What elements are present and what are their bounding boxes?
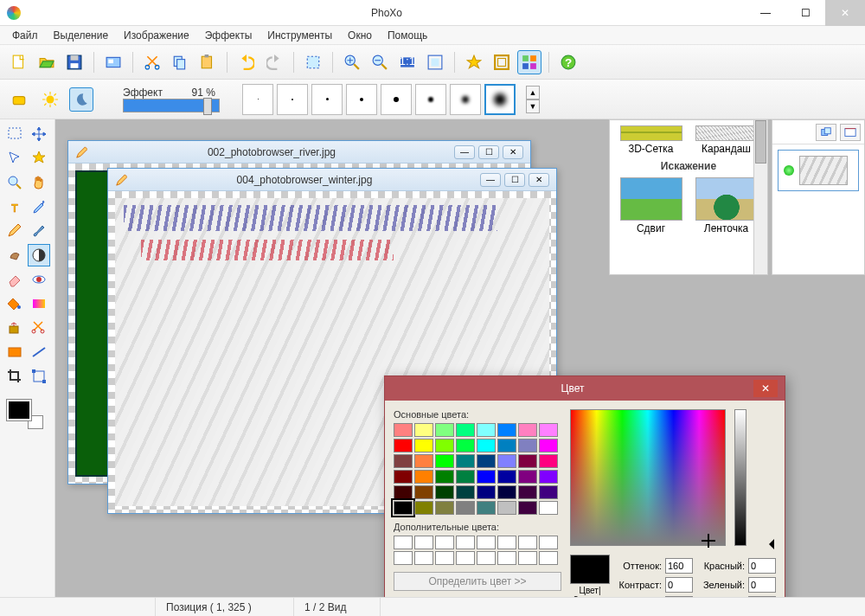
brush-5[interactable] (381, 84, 412, 115)
undo-button[interactable] (234, 50, 259, 74)
basic-color-cell[interactable] (456, 423, 475, 437)
layers-tab-b[interactable] (840, 124, 861, 141)
custom-color-cell[interactable] (518, 551, 537, 565)
scissors-tool[interactable] (28, 317, 50, 339)
basic-color-cell[interactable] (435, 454, 454, 468)
brush-down-button[interactable]: ▼ (526, 99, 540, 113)
copy-button[interactable] (168, 50, 192, 74)
custom-color-cell[interactable] (497, 551, 516, 565)
line-tool[interactable] (28, 341, 50, 363)
basic-color-cell[interactable] (435, 470, 454, 484)
brush-tool[interactable] (28, 220, 50, 242)
favorite-button[interactable] (462, 50, 486, 74)
basic-color-cell[interactable] (539, 501, 558, 515)
custom-color-cell[interactable] (539, 536, 558, 549)
basic-color-cell[interactable] (518, 454, 537, 468)
basic-color-cell[interactable] (394, 501, 413, 515)
basic-color-cell[interactable] (518, 501, 537, 515)
custom-color-cell[interactable] (456, 536, 475, 549)
custom-color-cell[interactable] (497, 536, 516, 549)
brush-4[interactable] (346, 84, 377, 115)
basic-color-cell[interactable] (477, 454, 496, 468)
opt-lighten-button[interactable] (7, 87, 31, 112)
frame-button[interactable] (490, 50, 514, 74)
gradient-tool[interactable] (28, 292, 50, 315)
zoom-in-button[interactable] (340, 50, 364, 74)
custom-color-cell[interactable] (477, 536, 496, 549)
custom-color-cell[interactable] (435, 551, 454, 565)
doc-minimize-button[interactable]: — (480, 173, 501, 187)
crop-tool[interactable] (3, 365, 26, 388)
slider-handle[interactable] (203, 98, 212, 115)
basic-color-cell[interactable] (414, 485, 433, 499)
paste-button[interactable] (195, 50, 220, 74)
red-input[interactable] (748, 558, 776, 574)
basic-color-cell[interactable] (414, 423, 433, 437)
zoom-tool[interactable] (3, 171, 26, 194)
luminance-slider[interactable] (734, 409, 746, 546)
basic-color-cell[interactable] (539, 470, 558, 484)
basic-color-cell[interactable] (414, 501, 433, 515)
eraser-tool[interactable] (3, 268, 26, 291)
custom-color-cell[interactable] (518, 536, 537, 549)
zoom-fit-button[interactable] (423, 50, 447, 74)
basic-color-cell[interactable] (518, 439, 537, 452)
basic-color-cell[interactable] (414, 454, 433, 468)
basic-color-cell[interactable] (539, 485, 558, 499)
basic-color-cell[interactable] (456, 485, 475, 499)
custom-color-cell[interactable] (394, 551, 413, 565)
help-button[interactable]: ? (556, 50, 580, 74)
custom-color-cell[interactable] (477, 551, 496, 565)
basic-color-cell[interactable] (539, 423, 558, 437)
cut-button[interactable] (140, 50, 164, 74)
custom-color-cell[interactable] (456, 551, 475, 565)
basic-color-cell[interactable] (497, 485, 516, 499)
brush-3[interactable] (311, 84, 343, 115)
basic-color-cell[interactable] (456, 501, 475, 515)
basic-color-cell[interactable] (394, 485, 413, 499)
menu-image[interactable]: Изображение (117, 28, 196, 43)
layer-thumbnail[interactable] (799, 156, 848, 185)
basic-color-cell[interactable] (414, 470, 433, 484)
basic-color-cell[interactable] (497, 423, 516, 437)
maximize-button[interactable]: ☐ (785, 0, 825, 26)
hue-input[interactable] (665, 558, 693, 574)
green-input[interactable] (748, 577, 776, 593)
brush-8[interactable] (484, 84, 516, 115)
basic-color-cell[interactable] (435, 423, 454, 437)
brush-1[interactable] (242, 84, 273, 115)
basic-color-cell[interactable] (394, 423, 413, 437)
move-tool[interactable] (28, 123, 50, 145)
brush-7[interactable] (450, 84, 481, 115)
picker-crosshair[interactable] (704, 536, 713, 545)
custom-color-cell[interactable] (539, 551, 558, 565)
basic-color-cell[interactable] (497, 454, 516, 468)
arrow-tool[interactable] (3, 147, 26, 170)
rect-select-tool[interactable] (3, 123, 26, 145)
doc-maximize-button[interactable]: ☐ (478, 145, 499, 159)
dodge-burn-tool[interactable] (28, 244, 50, 266)
close-button[interactable]: ✕ (825, 0, 865, 26)
layer-row[interactable] (778, 150, 859, 191)
layers-tab-a[interactable] (816, 124, 836, 141)
clone-tool[interactable] (3, 317, 26, 339)
redeye-tool[interactable] (28, 268, 50, 291)
minimize-button[interactable]: — (746, 0, 785, 26)
wand-tool[interactable] (28, 147, 50, 170)
eyedropper-tool[interactable] (28, 196, 50, 218)
menu-window[interactable]: Окно (341, 28, 379, 43)
save-file-button[interactable] (62, 50, 86, 74)
basic-color-cell[interactable] (477, 423, 496, 437)
basic-color-cell[interactable] (394, 470, 413, 484)
pencil-tool[interactable] (3, 220, 26, 242)
effect-slider[interactable] (123, 99, 220, 112)
doc-close-button[interactable]: ✕ (529, 173, 549, 187)
custom-color-cell[interactable] (394, 536, 413, 549)
basic-color-cell[interactable] (477, 501, 496, 515)
effects-scrollbar[interactable] (753, 120, 767, 274)
foreground-color[interactable] (7, 400, 31, 420)
opt-moon-button[interactable] (69, 87, 93, 112)
new-file-button[interactable] (7, 50, 31, 74)
basic-color-cell[interactable] (394, 439, 413, 452)
effect-shift[interactable]: Сдвиг (616, 177, 687, 234)
